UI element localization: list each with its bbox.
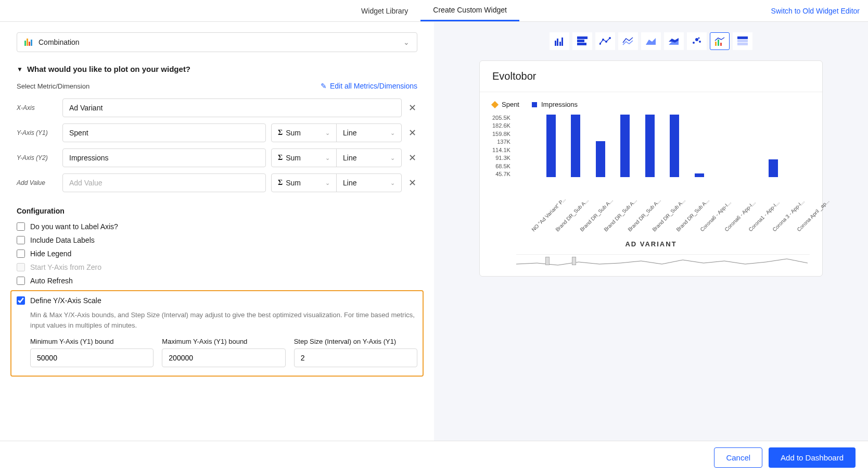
y1-metric-field[interactable]: Spent bbox=[62, 123, 266, 142]
svg-rect-5 bbox=[577, 40, 584, 42]
bar bbox=[645, 115, 655, 177]
select-metric-label: Select Metric/Dimension bbox=[17, 82, 90, 90]
chart-type-label: Combination bbox=[39, 38, 80, 46]
x-tick-label: Brand DR_Sub A... bbox=[627, 222, 638, 233]
scatter-chart-icon[interactable] bbox=[687, 32, 707, 50]
bar bbox=[620, 115, 630, 177]
bar bbox=[596, 141, 605, 177]
bar bbox=[769, 159, 778, 177]
x-tick-label: Brand DR_Sub A... bbox=[675, 222, 686, 233]
svg-rect-21 bbox=[737, 36, 748, 39]
combo-chart-icon bbox=[24, 39, 32, 46]
config-data-labels[interactable]: Include Data Labels bbox=[17, 236, 417, 244]
area-chart-icon[interactable] bbox=[641, 32, 661, 50]
add-value-label: Add Value bbox=[17, 179, 57, 186]
x-tick-label: Brand DR_Sub A... bbox=[579, 222, 590, 233]
caret-down-icon: ▼ bbox=[17, 66, 23, 73]
y2-metric-field[interactable]: Impressions bbox=[62, 148, 266, 167]
chart-type-icons bbox=[550, 32, 752, 50]
chart-type-dropdown[interactable]: Combination ⌄ bbox=[17, 32, 417, 52]
chart-preview-card: Evoltobor Spent Impressions 205.5K 182.6… bbox=[479, 60, 823, 277]
header-tabs: Widget Library Create Custom Widget Swit… bbox=[0, 0, 868, 22]
chevron-down-icon: ⌄ bbox=[403, 38, 410, 46]
range-handle-right[interactable] bbox=[572, 257, 576, 265]
svg-marker-11 bbox=[646, 38, 656, 45]
config-hide-legend[interactable]: Hide Legend bbox=[17, 250, 417, 258]
max-y1-input[interactable] bbox=[162, 348, 285, 367]
combo-chart-icon[interactable] bbox=[710, 32, 730, 50]
x-tick-label: Corona1 - App-I... bbox=[747, 222, 758, 233]
chart-title: Evoltobor bbox=[480, 61, 822, 92]
add-value-agg-select[interactable]: ΣSum⌄ bbox=[272, 174, 337, 192]
remove-x-axis[interactable]: ✕ bbox=[407, 102, 417, 114]
plot-section-title: What would you like to plot on your widg… bbox=[27, 65, 190, 73]
config-auto-refresh[interactable]: Auto Refresh bbox=[17, 277, 417, 285]
svg-point-8 bbox=[602, 39, 604, 41]
x-tick-label: Corona 3 - App-I... bbox=[772, 222, 783, 233]
add-value-field[interactable]: Add Value bbox=[62, 173, 266, 192]
svg-rect-18 bbox=[715, 42, 717, 46]
define-scale-checkbox[interactable] bbox=[17, 296, 25, 305]
svg-rect-6 bbox=[577, 43, 586, 45]
auto-refresh-checkbox[interactable] bbox=[17, 277, 25, 285]
step-y1-input[interactable] bbox=[294, 348, 417, 367]
axis-scale-highlight: Define Y/X-Axis Scale Min & Max Y/X-Axis… bbox=[10, 290, 424, 377]
svg-rect-20 bbox=[720, 43, 722, 46]
remove-y1[interactable]: ✕ bbox=[407, 127, 417, 139]
preview-panel: Evoltobor Spent Impressions 205.5K 182.6… bbox=[434, 22, 868, 444]
bar bbox=[571, 115, 580, 177]
range-handle-left[interactable] bbox=[545, 257, 550, 265]
stacked-bar-icon[interactable] bbox=[572, 32, 592, 50]
tab-widget-library[interactable]: Widget Library bbox=[349, 1, 420, 21]
svg-rect-19 bbox=[718, 40, 719, 46]
max-y1-label: Maximum Y-Axis (Y1) bound bbox=[162, 338, 285, 345]
bar bbox=[695, 173, 704, 177]
pencil-icon: ✎ bbox=[321, 82, 327, 90]
y1-agg-select[interactable]: ΣSum⌄ bbox=[272, 124, 337, 142]
min-y1-input[interactable] bbox=[30, 348, 154, 367]
x-tick-label: Brand DR_Sub A... bbox=[603, 222, 614, 233]
y1-axis-label: Y-Axis (Y1) bbox=[17, 129, 57, 136]
svg-point-9 bbox=[605, 41, 607, 43]
impressions-legend-icon bbox=[532, 102, 537, 107]
stacked-area-icon[interactable] bbox=[664, 32, 684, 50]
edit-all-metrics-link[interactable]: ✎ Edit all Metrics/Dimensions bbox=[321, 82, 417, 90]
tab-create-custom[interactable]: Create Custom Widget bbox=[420, 0, 519, 21]
y2-agg-select[interactable]: ΣSum⌄ bbox=[272, 149, 337, 167]
add-value-render-select[interactable]: Line⌄ bbox=[337, 174, 401, 192]
table-icon[interactable] bbox=[733, 32, 752, 50]
hide-legend-checkbox[interactable] bbox=[17, 250, 25, 258]
x-tick-label: NO "Ad Variant" P... bbox=[530, 222, 541, 233]
multi-line-icon[interactable] bbox=[618, 32, 638, 50]
label-axis-checkbox[interactable] bbox=[17, 222, 25, 231]
configuration-title: Configuration bbox=[17, 207, 417, 215]
y2-render-select[interactable]: Line⌄ bbox=[337, 149, 401, 167]
chart-bars bbox=[515, 115, 810, 177]
switch-old-editor-link[interactable]: Switch to Old Widget Editor bbox=[771, 7, 860, 15]
svg-point-10 bbox=[609, 37, 611, 39]
x-axis-label: X-Axis bbox=[17, 104, 57, 111]
remove-y2[interactable]: ✕ bbox=[407, 152, 417, 164]
line-chart-icon[interactable] bbox=[595, 32, 615, 50]
min-y1-label: Minimum Y-Axis (Y1) bound bbox=[30, 338, 154, 345]
svg-rect-2 bbox=[559, 42, 561, 46]
x-tick-label: Corona April _ap... bbox=[796, 222, 807, 233]
config-define-scale[interactable]: Define Y/X-Axis Scale bbox=[17, 296, 417, 305]
remove-add-value[interactable]: ✕ bbox=[407, 177, 417, 189]
range-slider[interactable] bbox=[516, 254, 810, 267]
config-label-axis[interactable]: Do you want to Label Axis? bbox=[17, 222, 417, 231]
svg-rect-3 bbox=[561, 38, 563, 46]
x-axis-field[interactable]: Ad Variant bbox=[62, 98, 402, 117]
y-axis-ticks: 205.5K 182.6K 159.8K 137K 114.1K 91.3K 6… bbox=[492, 115, 515, 177]
x-tick-label: Corona6 - App-I... bbox=[699, 222, 710, 233]
svg-point-17 bbox=[698, 38, 700, 39]
plot-section-header[interactable]: ▼ What would you like to plot on your wi… bbox=[17, 65, 417, 73]
bar-chart-icon[interactable] bbox=[550, 32, 569, 50]
config-panel: Combination ⌄ ▼ What would you like to p… bbox=[0, 22, 434, 444]
svg-rect-4 bbox=[577, 36, 588, 39]
y1-render-select[interactable]: Line⌄ bbox=[337, 124, 401, 142]
step-y1-label: Step Size (Interval) on Y-Axis (Y1) bbox=[294, 338, 417, 345]
x-tick-label: Corona6 - App-I... bbox=[723, 222, 734, 233]
start-zero-checkbox bbox=[17, 263, 25, 271]
data-labels-checkbox[interactable] bbox=[17, 236, 25, 244]
